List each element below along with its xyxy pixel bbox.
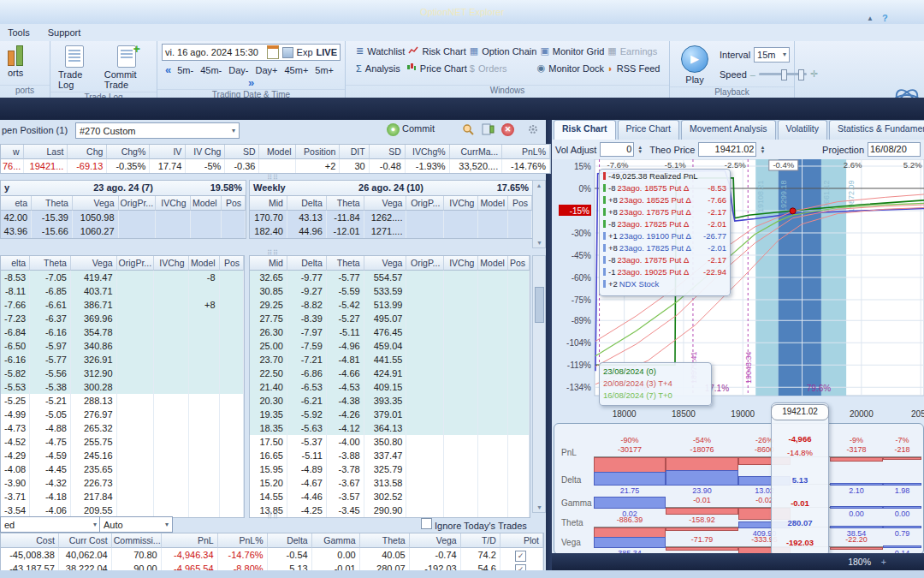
table-row[interactable]: -3.71-4.18217.84: [1, 490, 244, 504]
settings-gear-icon[interactable]: [527, 123, 540, 138]
table-row[interactable]: -7.66-6.61386.71+8: [1, 298, 244, 312]
table-row[interactable]: -45,008.3840,062.0470.80-4,946.34-14.76%…: [1, 548, 543, 562]
vol-adjust-spinner[interactable]: ▲▼: [637, 146, 643, 154]
windows-item-option-chain[interactable]: ▦Option Chain: [468, 45, 539, 57]
column-header[interactable]: Theta: [327, 256, 364, 271]
table-row[interactable]: 20.30-6.21-4.38393.35: [250, 394, 530, 408]
ignore-trades-checkbox[interactable]: Ignore Today's Trades: [421, 518, 527, 531]
table-row[interactable]: 27.75-8.39-5.27495.07: [250, 312, 530, 325]
menu-support[interactable]: Support: [40, 24, 89, 41]
interval-select[interactable]: 15m▾: [754, 47, 790, 63]
table-row[interactable]: -4.52-4.75255.75: [1, 435, 244, 449]
close-position-icon[interactable]: ✕: [501, 123, 514, 136]
table-row[interactable]: 32.65-9.77-5.77554.57: [250, 271, 530, 284]
trading-date-input[interactable]: vi. 16 ago. 2024 15:30 Exp LIVE: [162, 44, 341, 61]
table-row[interactable]: -6.84-6.16354.78: [1, 325, 244, 339]
column-header[interactable]: Delta: [287, 256, 327, 271]
column-header[interactable]: Mid: [250, 256, 287, 271]
column-header[interactable]: PnL%: [502, 145, 550, 159]
projection-input[interactable]: 16/08/20: [868, 142, 921, 157]
vol-adjust-input[interactable]: 0: [600, 142, 634, 157]
column-header[interactable]: OrigP...: [406, 196, 444, 211]
column-header[interactable]: Theta: [32, 196, 73, 211]
column-header[interactable]: OrigPr...: [117, 256, 155, 271]
time-step-Dayminus[interactable]: Day-: [225, 65, 252, 75]
exp-toggle[interactable]: Exp: [297, 47, 313, 57]
table-row[interactable]: -4.08-4.45235.65: [1, 462, 244, 476]
table-row[interactable]: -6.16-5.77326.91: [1, 353, 244, 366]
table-row[interactable]: 14.55-4.46-3.57302.52: [250, 490, 530, 504]
menu-tools[interactable]: Tools: [0, 24, 38, 41]
column-header[interactable]: SD: [370, 145, 406, 159]
table-row[interactable]: 43.96-15.661060.27: [1, 224, 246, 238]
table-row[interactable]: -7.23-6.37369.96: [1, 312, 244, 325]
table-row[interactable]: 42.00-15.391050.98: [1, 211, 246, 224]
chain-scrollbar[interactable]: ▼: [532, 255, 546, 513]
column-header[interactable]: OrigP...: [406, 256, 444, 271]
speed-slider-thumb[interactable]: [781, 69, 787, 80]
commit-button[interactable]: ● Commit: [387, 123, 435, 136]
table-row[interactable]: -4.73-4.88265.32: [1, 421, 244, 435]
column-header[interactable]: eta: [1, 196, 32, 211]
table-row[interactable]: 17.50-5.37-4.00350.80: [250, 435, 530, 449]
column-header[interactable]: Theta: [30, 256, 71, 271]
column-header[interactable]: Theta: [360, 533, 410, 548]
column-header[interactable]: Position: [296, 145, 341, 159]
search-icon[interactable]: [462, 123, 475, 138]
export-grid-icon[interactable]: [482, 123, 495, 138]
table-row[interactable]: -5.25-5.21288.13: [1, 394, 244, 408]
windows-item-analysis[interactable]: ΣAnalysis: [354, 62, 405, 74]
column-header[interactable]: elta: [1, 256, 30, 271]
table-row[interactable]: 19.35-5.92-4.26379.01: [250, 408, 530, 421]
column-header[interactable]: Mid: [250, 196, 287, 211]
tab-risk-chart[interactable]: Risk Chart: [554, 120, 616, 140]
table-row[interactable]: 30.85-9.27-5.59533.59: [250, 284, 530, 298]
table-row[interactable]: 29.25-8.82-5.42513.99: [250, 298, 530, 312]
position-filter-select[interactable]: ed▾: [0, 516, 101, 533]
table-row[interactable]: -8.11-6.85403.71: [1, 284, 244, 298]
table-row[interactable]: 23.70-7.21-4.81441.55: [250, 353, 530, 366]
time-step-5mminus[interactable]: 5m-: [174, 65, 197, 75]
column-header[interactable]: OrigPr...: [119, 196, 157, 211]
column-header[interactable]: w: [1, 145, 24, 159]
time-step-Dayplus[interactable]: Day+: [252, 65, 281, 75]
speed-slider[interactable]: [759, 73, 807, 75]
live-indicator[interactable]: LIVE: [317, 47, 337, 57]
column-header[interactable]: Theta: [327, 196, 364, 211]
column-header[interactable]: Vega: [71, 256, 117, 271]
column-header[interactable]: T/D: [461, 533, 500, 548]
table-row[interactable]: 25.00-7.59-4.96459.04: [250, 339, 530, 353]
table-row[interactable]: 76...19421...-69.13-0.35%17.74-5%-0.36+2…: [1, 159, 550, 173]
theo-price-input[interactable]: 19421.02: [698, 142, 756, 157]
windows-item-monitor-dock[interactable]: ◉Monitor Dock: [536, 62, 606, 74]
time-step-5mplus[interactable]: 5m+: [311, 65, 337, 75]
strategy-select[interactable]: #270 Custom▾: [75, 122, 240, 139]
column-header[interactable]: Pos: [508, 196, 532, 211]
column-header[interactable]: Pos: [222, 196, 246, 211]
column-header[interactable]: IVChg: [156, 196, 190, 211]
table-row[interactable]: 16.65-5.11-3.88337.47: [250, 449, 530, 462]
column-header[interactable]: IVChg: [154, 256, 188, 271]
table-row[interactable]: -5.82-5.56312.90: [1, 366, 244, 380]
table-row[interactable]: 21.40-6.53-4.53409.15: [250, 380, 530, 394]
column-header[interactable]: Chg: [68, 145, 107, 159]
commit-trade-button[interactable]: + Commit Trade: [100, 44, 153, 92]
windows-item-monitor-grid[interactable]: ▣Monitor Grid: [538, 45, 606, 57]
column-header[interactable]: Pos: [220, 256, 244, 271]
column-header[interactable]: SD: [225, 145, 259, 159]
column-header[interactable]: Model: [259, 145, 295, 159]
plot-checkbox[interactable]: ✓: [515, 551, 526, 562]
column-header[interactable]: IVChg: [444, 256, 478, 271]
table-row[interactable]: 26.30-7.97-5.11476.45: [250, 325, 530, 339]
column-header[interactable]: Vega: [364, 196, 407, 211]
windows-item-rss-feed[interactable]: ◗RSS Feed: [606, 62, 664, 74]
table-row[interactable]: -3.90-4.32226.73: [1, 476, 244, 490]
help-icon[interactable]: ?: [882, 9, 888, 27]
column-header[interactable]: Chg%: [107, 145, 150, 159]
column-header[interactable]: Model: [478, 196, 507, 211]
column-header[interactable]: Model: [478, 256, 507, 271]
windows-item-price-chart[interactable]: Price Chart: [405, 62, 468, 74]
table-row[interactable]: -4.29-4.59245.16: [1, 449, 244, 462]
column-header[interactable]: IV: [150, 145, 186, 159]
column-header[interactable]: Vega: [73, 196, 119, 211]
